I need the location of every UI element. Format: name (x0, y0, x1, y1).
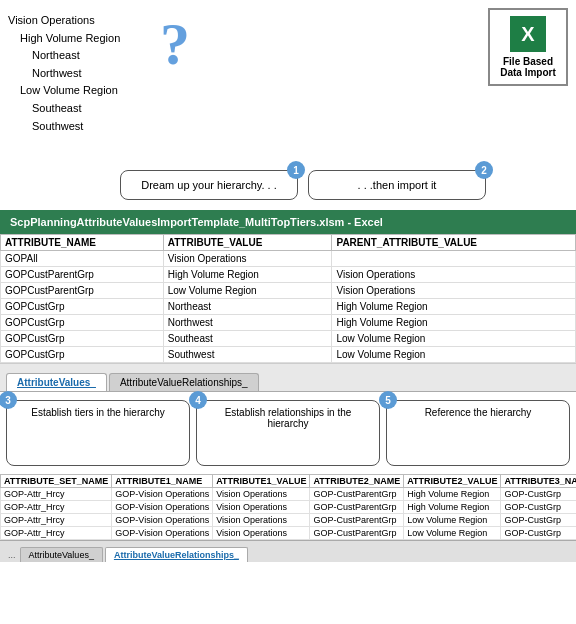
excel-icon (510, 16, 546, 52)
tab-attribute-values[interactable]: AttributeValues_ (6, 373, 107, 391)
table-row: GOPCustGrp Northeast High Volume Region (1, 299, 576, 315)
cell: Vision Operations (213, 514, 310, 527)
nav-dots[interactable]: ... (4, 548, 20, 562)
cell: GOP-CustParentGrp (310, 514, 404, 527)
table-row: GOPCustGrp Southeast Low Volume Region (1, 331, 576, 347)
bottom-col-5: ATTRIBUTE2_VALUE (404, 475, 501, 488)
question-icon: ? (160, 10, 190, 79)
cell: GOP-CustParentGrp (310, 527, 404, 540)
cell: High Volume Region (163, 267, 332, 283)
table-row: GOPCustParentGrp Low Volume Region Visio… (1, 283, 576, 299)
hierarchy-item: Low Volume Region (20, 82, 568, 100)
cell: GOP-Attr_Hrcy (1, 488, 112, 501)
hierarchy-item: Southeast (32, 100, 568, 118)
hierarchy-item: Southwest (32, 118, 568, 136)
cell: Vision Operations (332, 283, 576, 299)
callout-5-text: Reference the hierarchy (425, 407, 532, 418)
cell: High Volume Region (332, 315, 576, 331)
callout-bubble-4: 4 Establish relationships in the hierarc… (196, 400, 380, 466)
callout-1-text: Dream up your hierarchy. . . (141, 179, 277, 191)
bottom-col-4: ATTRIBUTE2_NAME (310, 475, 404, 488)
col-attr-name: ATTRIBUTE_NAME (1, 235, 164, 251)
bottom-tab-attribute-value-relationships[interactable]: AttributeValueRelationships_ (105, 547, 248, 562)
tabs-row: AttributeValues_ AttributeValueRelations… (0, 364, 576, 392)
cell: Vision Operations (332, 267, 576, 283)
bottom-table: ATTRIBUTE_SET_NAME ATTRIBUTE1_NAME ATTRI… (0, 474, 576, 540)
cell: Low Volume Region (404, 514, 501, 527)
cell: GOP-CustParentGrp (310, 488, 404, 501)
cell: Northwest (163, 315, 332, 331)
callout-bubble-5: 5 Reference the hierarchy (386, 400, 570, 466)
cell: High Volume Region (332, 299, 576, 315)
cell: GOPCustGrp (1, 331, 164, 347)
bottom-callouts: 3 Establish tiers in the hierarchy 4 Est… (0, 392, 576, 474)
cell (332, 251, 576, 267)
cell: Low Volume Region (332, 331, 576, 347)
callout-4-text: Establish relationships in the hierarchy (225, 407, 352, 429)
hierarchy-item: High Volume Region (20, 30, 568, 48)
excel-table-wrap: ATTRIBUTE_NAME ATTRIBUTE_VALUE PARENT_AT… (0, 234, 576, 364)
top-section: Vision Operations High Volume Region Nor… (0, 0, 576, 210)
cell: GOP-Attr_Hrcy (1, 527, 112, 540)
excel-table: ATTRIBUTE_NAME ATTRIBUTE_VALUE PARENT_AT… (0, 234, 576, 363)
callout-bubble-2: 2 . . .then import it (308, 170, 486, 200)
bottom-table-row: GOP-Attr_Hrcy GOP-Vision Operations Visi… (1, 514, 577, 527)
col-parent-attr-value: PARENT_ATTRIBUTE_VALUE (332, 235, 576, 251)
step-5-num: 5 (379, 391, 397, 409)
cell: Vision Operations (213, 501, 310, 514)
cell: GOPAll (1, 251, 164, 267)
step-3-num: 3 (0, 391, 17, 409)
cell: GOPCustParentGrp (1, 283, 164, 299)
tab-attribute-value-relationships[interactable]: AttributeValueRelationships_ (109, 373, 259, 391)
callout-3-text: Establish tiers in the hierarchy (31, 407, 164, 418)
cell: GOP-Vision Operations (112, 514, 213, 527)
cell: High Volume Region (404, 501, 501, 514)
callout-2-text: . . .then import it (358, 179, 437, 191)
cell: GOPCustGrp (1, 347, 164, 363)
bottom-col-6: ATTRIBUTE3_NAME (501, 475, 576, 488)
step-4-num: 4 (189, 391, 207, 409)
excel-title: ScpPlanningAttributeValuesImportTemplate… (10, 216, 383, 228)
table-row: GOPCustGrp Northwest High Volume Region (1, 315, 576, 331)
file-import-label: File Based Data Import (500, 56, 556, 78)
step-2-num: 2 (475, 161, 493, 179)
cell: GOP-CustGrp (501, 488, 576, 501)
bottom-table-row: GOP-Attr_Hrcy GOP-Vision Operations Visi… (1, 488, 577, 501)
cell: GOP-Attr_Hrcy (1, 501, 112, 514)
bottom-col-1: ATTRIBUTE_SET_NAME (1, 475, 112, 488)
cell: Northeast (163, 299, 332, 315)
cell: Vision Operations (163, 251, 332, 267)
cell: GOPCustGrp (1, 299, 164, 315)
bottom-tab-attribute-values[interactable]: AttributeValues_ (20, 547, 103, 562)
cell: Southeast (163, 331, 332, 347)
cell: GOP-Attr_Hrcy (1, 514, 112, 527)
cell: Low Volume Region (163, 283, 332, 299)
step-1-num: 1 (287, 161, 305, 179)
bottom-col-3: ATTRIBUTE1_VALUE (213, 475, 310, 488)
cell: GOP-Vision Operations (112, 488, 213, 501)
callout-bubble-3: 3 Establish tiers in the hierarchy (6, 400, 190, 466)
col-attr-value: ATTRIBUTE_VALUE (163, 235, 332, 251)
bottom-tabs-row: ... AttributeValues_ AttributeValueRelat… (0, 540, 576, 562)
callout-bubble-1: 1 Dream up your hierarchy. . . (120, 170, 298, 200)
cell: Low Volume Region (404, 527, 501, 540)
cell: Low Volume Region (332, 347, 576, 363)
excel-header: ScpPlanningAttributeValuesImportTemplate… (0, 210, 576, 234)
cell: GOP-CustGrp (501, 527, 576, 540)
table-row: GOPCustParentGrp High Volume Region Visi… (1, 267, 576, 283)
bottom-col-2: ATTRIBUTE1_NAME (112, 475, 213, 488)
cell: GOP-CustGrp (501, 514, 576, 527)
callout-area: 1 Dream up your hierarchy. . . 2 . . .th… (120, 170, 486, 200)
cell: GOP-Vision Operations (112, 501, 213, 514)
cell: High Volume Region (404, 488, 501, 501)
bottom-table-wrap: ATTRIBUTE_SET_NAME ATTRIBUTE1_NAME ATTRI… (0, 474, 576, 540)
cell: Vision Operations (213, 488, 310, 501)
cell: GOPCustParentGrp (1, 267, 164, 283)
cell: Vision Operations (213, 527, 310, 540)
bottom-table-row: GOP-Attr_Hrcy GOP-Vision Operations Visi… (1, 527, 577, 540)
bottom-table-row: GOP-Attr_Hrcy GOP-Vision Operations Visi… (1, 501, 577, 514)
cell: GOP-CustGrp (501, 501, 576, 514)
table-row: GOPCustGrp Southwest Low Volume Region (1, 347, 576, 363)
cell: GOPCustGrp (1, 315, 164, 331)
hierarchy-item: Vision Operations (8, 12, 568, 30)
